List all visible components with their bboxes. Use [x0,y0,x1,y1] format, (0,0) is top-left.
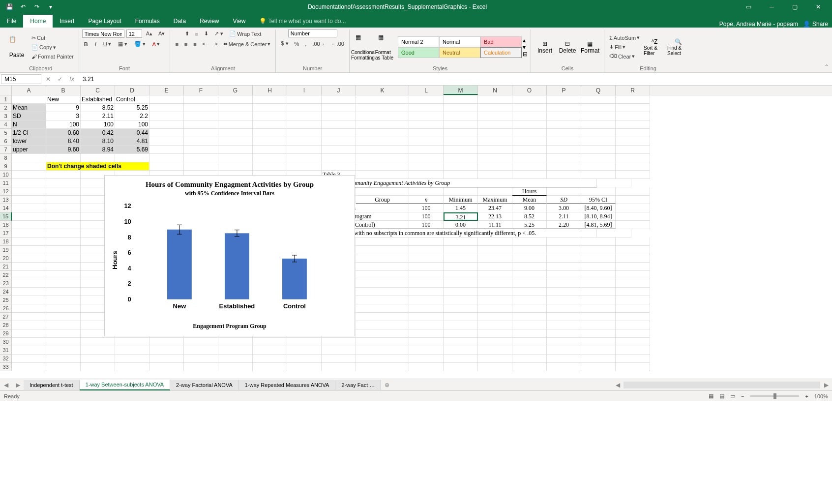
cell[interactable] [444,146,478,154]
zoom-out[interactable]: − [741,393,744,399]
cell[interactable] [184,137,218,146]
cell[interactable] [149,137,184,146]
cell[interactable] [356,296,409,304]
cell[interactable]: lower [12,137,46,146]
cell[interactable]: 9 [46,104,81,112]
cell[interactable] [46,329,81,338]
cell[interactable] [444,254,478,263]
cell[interactable]: 100 [46,120,81,129]
cell[interactable] [46,187,81,196]
tab-page-layout[interactable]: Page Layout [81,15,128,28]
wrap-text-button[interactable]: 📄 Wrap Text [227,30,263,38]
cell[interactable] [512,146,547,154]
cell[interactable] [253,162,287,171]
row-header[interactable]: 7 [0,146,12,154]
increase-indent-icon[interactable]: ⇥ [211,40,219,48]
row-header[interactable]: 3 [0,112,12,120]
cell[interactable] [149,162,184,171]
cell[interactable]: 2.2 [115,112,149,120]
cell[interactable] [444,246,478,254]
align-middle-icon[interactable]: ≡ [193,30,200,38]
sheet-tab[interactable]: Independent t-test [24,380,80,390]
cell[interactable] [356,146,409,154]
cell[interactable] [616,263,650,271]
cell[interactable] [218,154,253,162]
cell[interactable] [356,338,409,346]
currency-icon[interactable]: $ ▾ [279,39,290,48]
orientation-icon[interactable]: ↗ ▾ [212,30,225,38]
cell[interactable] [12,329,46,338]
cell[interactable] [322,120,356,129]
cell[interactable] [12,162,46,171]
cell[interactable] [444,271,478,279]
minimize-icon[interactable]: ─ [761,1,783,13]
cell[interactable] [322,154,356,162]
cell[interactable] [115,355,149,363]
cell[interactable] [184,154,218,162]
cell[interactable] [444,95,478,104]
col-header[interactable]: N [478,86,512,95]
cell[interactable] [12,363,46,371]
cell[interactable] [218,137,253,146]
format-cells-button[interactable]: ▦Format [579,40,601,54]
cell[interactable] [409,355,444,363]
cell[interactable]: 5.69 [115,146,149,154]
col-header[interactable]: G [218,86,253,95]
cell[interactable] [46,346,81,355]
cell[interactable] [409,288,444,296]
cell[interactable] [218,363,253,371]
cell[interactable]: 8.10 [81,137,115,146]
cell[interactable] [253,363,287,371]
cell[interactable] [409,304,444,313]
cell[interactable] [547,171,581,179]
sheet-nav-next[interactable]: ▶ [12,382,24,388]
cell[interactable] [547,187,581,196]
row-header[interactable]: 18 [0,237,12,246]
cell[interactable]: 9.00 [512,204,547,212]
cell[interactable] [12,154,46,162]
cell[interactable] [597,179,631,187]
col-header[interactable]: E [149,86,184,95]
col-header[interactable]: P [547,86,581,95]
cell[interactable] [356,346,409,355]
cell[interactable] [616,112,650,120]
sort-filter-button[interactable]: ᴬZSort & Filter [644,38,665,56]
cell[interactable] [478,304,512,313]
cell[interactable] [356,355,409,363]
row-header[interactable]: 12 [0,187,12,196]
cell[interactable] [149,346,184,355]
cell[interactable]: 3.00 [547,204,581,212]
cell[interactable]: 100 [81,120,115,129]
cell[interactable] [356,288,409,296]
cell[interactable] [478,237,512,246]
cell[interactable]: New [46,95,81,104]
cell[interactable] [478,271,512,279]
cell[interactable] [444,296,478,304]
collapse-ribbon-icon[interactable]: ⌃ [824,63,829,70]
cell[interactable] [547,120,581,129]
close-icon[interactable]: ✕ [807,1,829,13]
cell[interactable] [547,237,581,246]
fill-color-button[interactable]: 🪣 ▾ [132,40,148,48]
cell[interactable]: n [409,196,444,204]
cell[interactable]: 2.11 [547,212,581,221]
cell[interactable] [46,338,81,346]
cell[interactable] [356,187,409,196]
cell[interactable] [616,355,650,363]
row-header[interactable]: 2 [0,104,12,112]
cell[interactable]: 0.00 [444,221,478,229]
cell[interactable] [616,187,650,196]
cell[interactable] [218,120,253,129]
cell[interactable]: Group [356,196,409,204]
cell[interactable] [409,263,444,271]
cell[interactable] [409,321,444,329]
cell[interactable] [81,355,115,363]
cell[interactable] [512,355,547,363]
cell[interactable] [287,129,322,137]
row-header[interactable]: 20 [0,254,12,263]
cell[interactable] [12,229,46,237]
insert-cells-button[interactable]: ⊞Insert [534,40,556,54]
cell[interactable] [409,104,444,112]
cell[interactable] [512,246,547,254]
style-scroll-up[interactable]: ▴ [523,37,528,44]
